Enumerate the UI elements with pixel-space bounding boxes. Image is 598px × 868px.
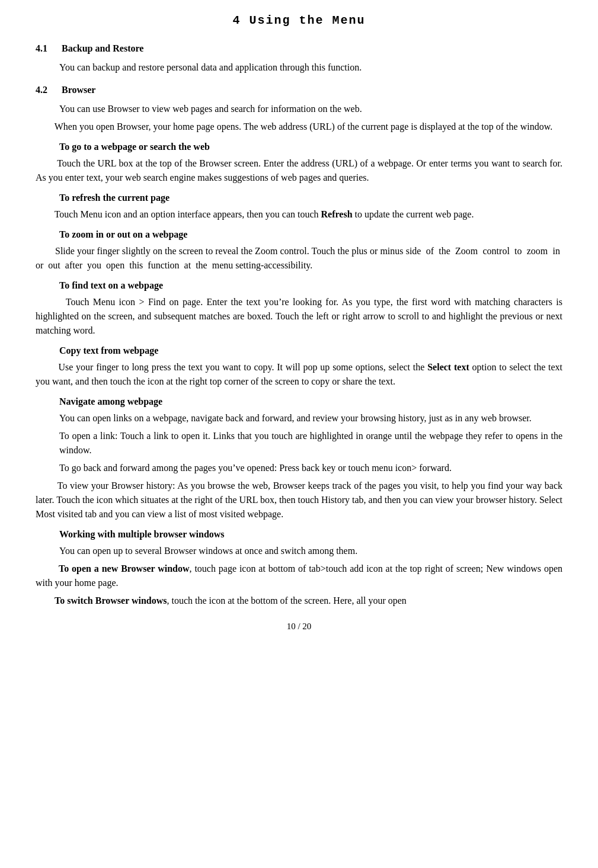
section-4-1-heading: 4.1 Backup and Restore xyxy=(36,41,562,56)
section-4-2-heading: 4.2 Browser xyxy=(36,83,562,97)
browser-intro-2: When you open Browser, your home page op… xyxy=(36,120,562,134)
browser-intro-1: You can use Browser to view web pages an… xyxy=(36,102,562,116)
sub-heading-multiple-windows: Working with multiple browser windows xyxy=(36,527,562,542)
sub-heading-navigate: Navigate among webpage xyxy=(36,395,562,409)
section-4-1: 4.1 Backup and Restore You can backup an… xyxy=(36,41,562,75)
copy-text-body: Use your finger to long press the text y… xyxy=(36,360,562,389)
navigate-body-3: To go back and forward among the pages y… xyxy=(36,461,562,475)
select-text-bold: Select text xyxy=(427,362,469,372)
refresh-bold: Refresh xyxy=(321,209,353,219)
sub-heading-copy-text: Copy text from webpage xyxy=(36,344,562,358)
sub-heading-refresh: To refresh the current page xyxy=(36,191,562,205)
page-title: 4 Using the Menu xyxy=(36,12,562,30)
navigate-body-1: You can open links on a webpage, navigat… xyxy=(36,411,562,425)
open-new-window-bold: To open a new Browser window xyxy=(59,563,190,574)
section-4-2-number: 4.2 xyxy=(36,83,59,97)
goto-webpage-body: Touch the URL box at the top of the Brow… xyxy=(36,156,562,185)
find-text-body: Touch Menu icon > Find on page. Enter th… xyxy=(36,295,562,338)
navigate-body-4: To view your Browser history: As you bro… xyxy=(36,479,562,521)
navigate-body-2: To open a link: Touch a link to open it.… xyxy=(36,429,562,457)
section-4-1-title: Backup and Restore xyxy=(62,43,143,53)
multiple-windows-body-2: To open a new Browser window, touch page… xyxy=(36,562,562,590)
multiple-windows-body-1: You can open up to several Browser windo… xyxy=(36,544,562,558)
section-4-1-body: You can backup and restore personal data… xyxy=(36,60,562,75)
switch-windows-bold: To switch Browser windows xyxy=(55,595,167,606)
refresh-body: Touch Menu icon and an option interface … xyxy=(36,207,562,222)
section-4-2-title: Browser xyxy=(62,85,95,95)
sub-heading-find-text: To find text on a webpage xyxy=(36,278,562,293)
sub-heading-goto-webpage: To go to a webpage or search the web xyxy=(36,140,562,154)
section-4-2: 4.2 Browser You can use Browser to view … xyxy=(36,83,562,608)
zoom-body: Slide your finger slightly on the screen… xyxy=(36,244,562,273)
sub-heading-zoom: To zoom in or out on a webpage xyxy=(36,228,562,242)
section-4-1-number: 4.1 xyxy=(36,41,59,56)
page-footer: 10 / 20 xyxy=(36,620,562,633)
multiple-windows-body-3: To switch Browser windows, touch the ico… xyxy=(36,594,562,608)
